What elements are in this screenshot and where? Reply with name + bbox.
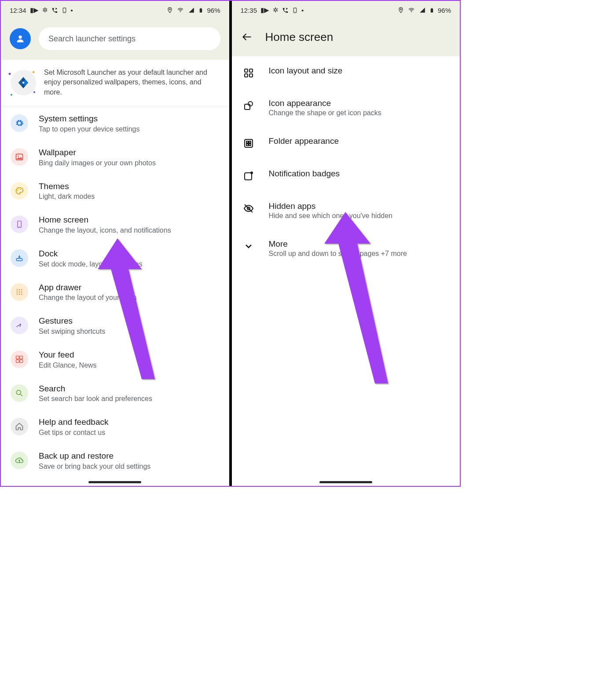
feed-icon (11, 350, 28, 368)
svg-point-31 (400, 9, 402, 10)
status-battery: 96% (438, 7, 451, 14)
svg-point-17 (21, 289, 22, 290)
location-icon (398, 7, 404, 14)
svg-point-32 (411, 11, 412, 12)
svg-rect-5 (201, 8, 202, 8)
item-icon-layout[interactable]: Icon layout and size (232, 56, 460, 89)
svg-rect-27 (20, 360, 23, 363)
svg-rect-37 (245, 74, 248, 77)
item-title: Your feed (39, 350, 220, 361)
item-wallpaper[interactable]: WallpaperBing daily images or your own p… (1, 140, 229, 174)
item-sub: Scroll up and down to switch pages +7 mo… (269, 250, 450, 258)
item-hidden-apps[interactable]: Hidden appsHide and see which ones you'v… (232, 192, 460, 230)
svg-point-10 (18, 188, 19, 189)
item-title: Hidden apps (269, 201, 450, 211)
grid-icon (11, 283, 28, 301)
svg-point-9 (17, 190, 18, 191)
item-sub: Set search bar look and preferences (39, 395, 220, 403)
item-title: Icon layout and size (269, 66, 450, 76)
svg-point-20 (21, 291, 22, 292)
item-dock[interactable]: DockSet dock mode, layout, and icons (1, 241, 229, 275)
item-sub: Save or bring back your old settings (39, 463, 220, 471)
item-sub: Get tips or contact us (39, 429, 220, 437)
svg-rect-42 (246, 141, 248, 143)
svg-point-21 (17, 293, 18, 295)
item-title: Folder appearance (269, 136, 450, 146)
device-icon (292, 7, 298, 14)
search-icon (11, 384, 28, 402)
svg-point-15 (17, 289, 18, 290)
item-icon-appearance[interactable]: Icon appearanceChange the shape or get i… (232, 89, 460, 127)
item-themes[interactable]: ThemesLight, dark modes (1, 174, 229, 208)
item-title: More (269, 239, 450, 249)
shapes-icon (242, 99, 255, 112)
back-button[interactable] (240, 30, 254, 44)
navigation-pill[interactable] (319, 481, 372, 483)
item-sub: Change the layout, icons, and notificati… (39, 226, 220, 234)
svg-rect-13 (18, 226, 20, 227)
call-icon (51, 7, 58, 14)
item-more[interactable]: MoreScroll up and down to switch pages +… (232, 230, 460, 267)
status-time: 12:35 (241, 7, 257, 14)
item-folder-appearance[interactable]: Folder appearance (232, 127, 460, 159)
item-system-settings[interactable]: System settingsTap to open your device s… (1, 106, 229, 140)
item-sub: Change the layout of your apps (39, 294, 220, 302)
status-battery: 96% (207, 7, 220, 14)
chevron-down-icon (242, 240, 255, 252)
gear-icon (11, 114, 28, 132)
item-gestures[interactable]: GesturesSet swiping shortcuts (1, 309, 229, 343)
person-icon (15, 34, 25, 44)
gear-icon: ✲ (42, 6, 48, 14)
svg-point-3 (180, 11, 181, 12)
item-title: Search (39, 383, 220, 394)
svg-point-28 (16, 390, 21, 394)
svg-rect-4 (200, 8, 202, 12)
status-bar: 12:34 ▮▶ ✲ • 96% (1, 1, 229, 19)
home-screen-list: Icon layout and size Icon appearanceChan… (232, 56, 460, 486)
svg-point-18 (17, 291, 18, 292)
item-title: App drawer (39, 282, 220, 293)
location-icon (167, 7, 173, 14)
item-sub: Hide and see which ones you've hidden (269, 212, 450, 220)
item-your-feed[interactable]: Your feedEdit Glance, News (1, 343, 229, 376)
default-launcher-promo[interactable]: Set Microsoft Launcher as your default l… (1, 60, 229, 106)
dnd-icon: ▮▶ (30, 6, 39, 14)
svg-point-19 (19, 291, 20, 292)
search-input[interactable]: Search launcher settings (39, 27, 220, 50)
item-search[interactable]: SearchSet search bar look and preference… (1, 376, 229, 410)
settings-list: System settingsTap to open your device s… (1, 106, 229, 486)
status-time: 12:34 (10, 7, 26, 14)
navigation-pill[interactable] (88, 481, 141, 483)
signal-icon (188, 7, 195, 13)
item-backup-restore[interactable]: Back up and restoreSave or bring back yo… (1, 444, 229, 478)
palette-icon (11, 182, 28, 200)
svg-point-22 (19, 293, 20, 295)
item-title: Dock (39, 248, 220, 259)
wifi-icon (407, 7, 415, 13)
svg-rect-34 (431, 8, 433, 8)
svg-rect-25 (20, 356, 23, 359)
help-icon (11, 418, 28, 435)
profile-avatar-button[interactable] (10, 28, 31, 49)
item-title: Back up and restore (39, 451, 220, 462)
badge-icon (242, 170, 255, 182)
item-home-screen[interactable]: Home screenChange the layout, icons, and… (1, 208, 229, 241)
item-sub: Light, dark modes (39, 193, 220, 201)
header-search: Search launcher settings (1, 19, 229, 60)
svg-rect-26 (16, 360, 19, 363)
item-title: Help and feedback (39, 417, 220, 428)
item-notification-badges[interactable]: Notification badges (232, 159, 460, 192)
promo-text: Set Microsoft Launcher as your default l… (44, 68, 220, 97)
item-sub: Edit Glance, News (39, 361, 220, 369)
svg-rect-38 (249, 74, 253, 77)
item-sub: Set swiping shortcuts (39, 328, 220, 336)
dnd-icon: ▮▶ (260, 6, 269, 14)
search-placeholder: Search launcher settings (48, 34, 136, 44)
svg-rect-43 (249, 141, 251, 143)
item-app-drawer[interactable]: App drawerChange the layout of your apps (1, 275, 229, 309)
item-help-feedback[interactable]: Help and feedbackGet tips or contact us (1, 410, 229, 444)
svg-point-2 (169, 9, 171, 10)
svg-rect-1 (64, 11, 65, 12)
item-title: Notification badges (269, 169, 450, 179)
battery-icon (198, 7, 203, 14)
